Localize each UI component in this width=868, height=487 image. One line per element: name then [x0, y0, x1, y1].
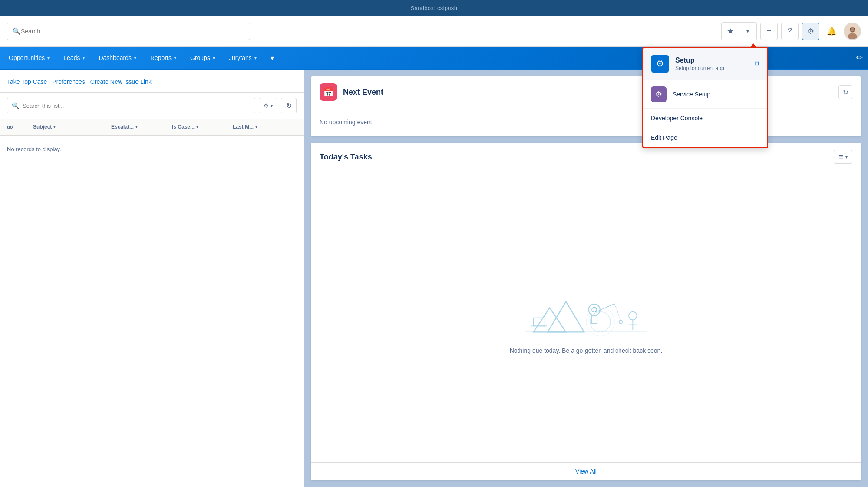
tasks-title: Today's Tasks	[320, 152, 372, 162]
calendar-icon: 📅	[320, 83, 337, 101]
chevron-dashboards: ▾	[134, 56, 136, 60]
notifications-button[interactable]: 🔔	[823, 23, 840, 40]
table-body: No records to display.	[0, 136, 304, 487]
col-escalat-header[interactable]: Escalat... ▾	[111, 122, 172, 132]
bell-icon: 🔔	[827, 27, 836, 36]
nav-label-groups: Groups	[190, 54, 210, 61]
svg-point-3	[850, 28, 851, 30]
tasks-filter-button[interactable]: ☰ ▾	[834, 150, 852, 164]
col-subject-header[interactable]: Subject ▾	[33, 122, 111, 132]
next-event-title: Next Event	[343, 88, 383, 97]
nav-item-opportunities[interactable]: Opportunities ▾	[2, 46, 56, 69]
chevron-jurytans: ▾	[254, 56, 257, 60]
gear-icon: ⚙	[807, 27, 814, 36]
col-iscase-label: Is Case...	[172, 124, 195, 130]
setup-button[interactable]: ⚙	[802, 23, 819, 40]
empty-table-text: No records to display.	[7, 146, 61, 152]
svg-rect-19	[533, 318, 545, 326]
nav-label-jurytans: Jurytans	[229, 54, 252, 61]
next-event-header: 📅 Next Event ↻	[311, 76, 861, 108]
help-button[interactable]: ?	[781, 23, 799, 40]
sandbox-text: Sandbox: csipush	[411, 5, 457, 11]
take-top-case-button[interactable]: Take Top Case	[7, 76, 47, 87]
new-button[interactable]: +	[760, 23, 778, 40]
nav-label-opportunities: Opportunities	[9, 54, 45, 61]
service-setup-label: Service Setup	[673, 91, 710, 98]
tasks-body: Nothing due today. Be a go-getter, and c…	[311, 171, 861, 462]
tasks-empty-text: Nothing due today. Be a go-getter, and c…	[510, 347, 663, 354]
tasks-illustration	[525, 279, 647, 340]
svg-rect-8	[591, 315, 597, 324]
setup-dropdown: ⚙ Setup Setup for current app ⧉ ⚙ Servic…	[642, 47, 768, 148]
col-lastm-header[interactable]: Last M... ▾	[233, 122, 294, 132]
chevron-leads: ▾	[83, 56, 85, 60]
view-all-link[interactable]: View All	[311, 462, 861, 480]
nav-item-groups[interactable]: Groups ▾	[183, 46, 222, 69]
create-new-issue-link-button[interactable]: Create New Issue Link	[90, 76, 152, 87]
table-header: go Subject ▾ Escalat... ▾ Is Case... ▾ L…	[0, 119, 304, 136]
chevron-subject: ▾	[53, 125, 56, 129]
tasks-widget: Today's Tasks ☰ ▾	[311, 143, 861, 480]
plus-icon: +	[766, 26, 772, 36]
search-icon: 🔍	[13, 27, 21, 35]
nav-label-reports: Reports	[150, 54, 172, 61]
col-iscase-header[interactable]: Is Case... ▾	[172, 122, 233, 132]
search-input[interactable]	[21, 28, 244, 35]
setup-menu-item[interactable]: ⚙ Setup Setup for current app ⧉	[643, 48, 767, 80]
nav-item-leads[interactable]: Leads ▾	[56, 46, 92, 69]
service-setup-menu-item[interactable]: ⚙ Service Setup	[643, 80, 767, 109]
chevron-escalat: ▾	[135, 125, 138, 129]
gear-setup-icon: ⚙	[656, 58, 664, 70]
chevron-reports: ▾	[174, 56, 176, 60]
svg-point-16	[590, 312, 611, 332]
svg-point-13	[629, 312, 637, 320]
nav-item-reports[interactable]: Reports ▾	[143, 46, 183, 69]
search-box[interactable]: 🔍	[7, 23, 250, 40]
right-panel: 📅 Next Event ↻ No upcoming event Today's…	[304, 70, 868, 487]
list-settings-button[interactable]: ⚙ ▾	[259, 98, 277, 113]
favorites-button[interactable]: ★	[722, 23, 739, 40]
avatar[interactable]	[844, 23, 861, 40]
svg-marker-6	[548, 301, 584, 332]
external-link-icon: ⧉	[755, 60, 759, 68]
svg-point-4	[854, 28, 855, 30]
panel-search[interactable]: 🔍	[7, 98, 255, 113]
developer-console-label: Developer Console	[651, 115, 703, 122]
col-go: go	[7, 123, 33, 131]
list-search-input[interactable]	[23, 103, 251, 109]
setup-menu-icon: ⚙	[651, 55, 669, 73]
chevron-down-icon: ▾	[746, 28, 749, 34]
nav-edit-button[interactable]: ✏	[851, 46, 868, 69]
nav-label-dashboards: Dashboards	[99, 54, 132, 61]
favorites-dropdown-button[interactable]: ▾	[739, 23, 756, 40]
tasks-actions: ☰ ▾	[834, 150, 852, 164]
preferences-button[interactable]: Preferences	[52, 76, 85, 87]
setup-menu-text: Setup Setup for current app	[675, 56, 749, 71]
svg-line-10	[614, 304, 620, 320]
nav-label-leads: Leads	[63, 54, 80, 61]
col-lastm-label: Last M...	[233, 124, 254, 130]
no-upcoming-event-text: No upcoming event	[320, 119, 372, 126]
refresh-icon: ↻	[286, 102, 292, 110]
favorites-group: ★ ▾	[721, 22, 757, 40]
panel-search-row: 🔍 ⚙ ▾ ↻	[0, 93, 304, 119]
chevron-groups: ▾	[213, 56, 215, 60]
chevron-more-icon: ▾	[271, 54, 274, 62]
nav-item-jurytans[interactable]: Jurytans ▾	[222, 46, 264, 69]
col-escalat-label: Escalat...	[111, 124, 134, 130]
help-icon: ?	[788, 27, 792, 36]
setup-menu-title: Setup	[675, 56, 749, 64]
list-refresh-button[interactable]: ↻	[281, 98, 297, 113]
star-icon: ★	[727, 27, 734, 36]
edit-page-menu-item[interactable]: Edit Page	[643, 128, 767, 147]
service-setup-icon: ⚙	[651, 86, 667, 102]
left-panel: Take Top Case Preferences Create New Iss…	[0, 70, 304, 487]
next-event-refresh-button[interactable]: ↻	[838, 85, 852, 99]
pencil-icon: ✏	[856, 53, 863, 63]
svg-point-18	[592, 307, 597, 312]
nav-more-button[interactable]: ▾	[264, 46, 281, 69]
edit-page-label: Edit Page	[651, 134, 677, 141]
developer-console-menu-item[interactable]: Developer Console	[643, 109, 767, 128]
filter-icon: ☰	[838, 154, 844, 160]
nav-item-dashboards[interactable]: Dashboards ▾	[92, 46, 143, 69]
